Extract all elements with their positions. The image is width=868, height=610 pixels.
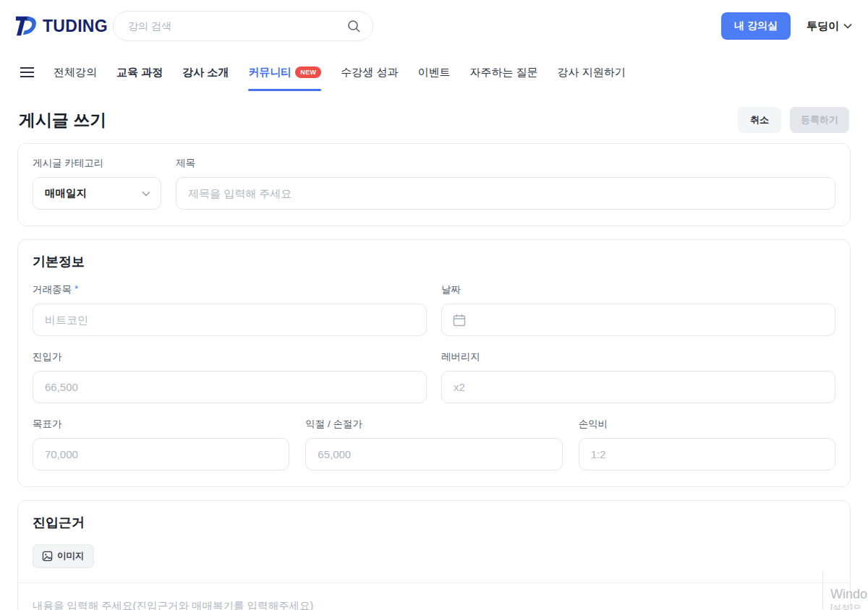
target-price-field-group: 목표가 bbox=[33, 418, 289, 471]
post-title-label: 제목 bbox=[176, 157, 835, 170]
username: 투딩이 bbox=[807, 20, 839, 33]
insert-image-button[interactable]: 이미지 bbox=[33, 544, 94, 568]
leverage-field-group: 레버리지 bbox=[441, 351, 835, 403]
tab-instructor-intro[interactable]: 강사 소개 bbox=[182, 66, 229, 91]
submit-button[interactable]: 등록하기 bbox=[790, 107, 849, 133]
category-select[interactable]: 매매일지 bbox=[33, 177, 161, 210]
header: TUDING 내 강의실 투딩이 bbox=[0, 0, 868, 52]
category-card: 게시글 카테고리 매매일지 제목 bbox=[17, 143, 851, 226]
basic-info-heading: 기본정보 bbox=[33, 253, 835, 270]
category-field-group: 게시글 카테고리 매매일지 bbox=[33, 157, 161, 210]
entry-price-input[interactable] bbox=[33, 371, 427, 403]
entry-price-field-group: 진입가 bbox=[33, 351, 427, 403]
post-title-field-group: 제목 bbox=[176, 157, 835, 210]
tab-all-lectures[interactable]: 전체강의 bbox=[54, 66, 97, 91]
leverage-label: 레버리지 bbox=[441, 351, 835, 364]
chevron-down-icon bbox=[142, 191, 150, 197]
date-picker-input[interactable] bbox=[441, 304, 835, 336]
risk-reward-field-group: 손익비 bbox=[579, 418, 835, 471]
search-input[interactable] bbox=[128, 20, 346, 32]
cancel-button[interactable]: 취소 bbox=[738, 107, 781, 133]
tab-faq[interactable]: 자주하는 질문 bbox=[469, 66, 537, 91]
date-field-group: 날짜 bbox=[441, 283, 835, 336]
category-label: 게시글 카테고리 bbox=[33, 157, 161, 170]
tuding-logo-icon bbox=[14, 14, 38, 38]
target-price-label: 목표가 bbox=[33, 418, 289, 431]
logo-wordmark: TUDING bbox=[43, 17, 108, 36]
required-asterisk: * bbox=[75, 283, 78, 296]
leverage-input[interactable] bbox=[441, 371, 835, 403]
tuding-logo[interactable]: TUDING bbox=[14, 14, 108, 38]
new-badge: NEW bbox=[295, 66, 321, 78]
category-selected-value: 매매일지 bbox=[45, 186, 87, 200]
date-label: 날짜 bbox=[441, 283, 835, 296]
page-title-row: 게시글 쓰기 취소 등록하기 bbox=[0, 94, 868, 143]
risk-reward-label: 손익비 bbox=[579, 418, 835, 431]
image-icon bbox=[42, 551, 53, 562]
entry-rationale-heading: 진입근거 bbox=[33, 514, 835, 531]
user-menu[interactable]: 투딩이 bbox=[807, 20, 852, 33]
tab-student-results[interactable]: 수강생 성과 bbox=[341, 66, 398, 91]
watermark-divider-line bbox=[822, 571, 823, 610]
tab-apply-instructor[interactable]: 강사 지원하기 bbox=[558, 66, 626, 91]
course-search-box[interactable] bbox=[113, 11, 373, 41]
tp-sl-input[interactable] bbox=[305, 438, 562, 471]
symbol-input[interactable] bbox=[33, 304, 427, 336]
calendar-icon bbox=[452, 313, 467, 327]
tab-events[interactable]: 이벤트 bbox=[417, 66, 450, 91]
tp-sl-label: 익절 / 손절가 bbox=[305, 418, 562, 431]
symbol-label: 거래종목* bbox=[33, 283, 427, 296]
post-title-input[interactable] bbox=[176, 177, 835, 210]
tp-sl-field-group: 익절 / 손절가 bbox=[305, 418, 562, 471]
search-icon[interactable] bbox=[346, 19, 361, 33]
basic-info-card: 기본정보 거래종목* 날짜 진입가 bbox=[17, 239, 851, 487]
tab-community[interactable]: 커뮤니티 NEW bbox=[248, 66, 321, 91]
symbol-field-group: 거래종목* bbox=[33, 283, 427, 336]
entry-rationale-card: 진입근거 이미지 내용을 입력해 주세요(진입근거와 매매복기를 입력해주세요) bbox=[17, 500, 851, 610]
windows-activation-watermark: Windo [설정]으 bbox=[830, 587, 868, 610]
main-nav: 전체강의 교육 과정 강사 소개 커뮤니티 NEW 수강생 성과 이벤트 자주하… bbox=[0, 52, 868, 94]
tab-curriculum[interactable]: 교육 과정 bbox=[116, 66, 163, 91]
chevron-down-icon bbox=[843, 23, 852, 29]
target-price-input[interactable] bbox=[33, 438, 289, 471]
risk-reward-input[interactable] bbox=[579, 438, 835, 471]
entry-price-label: 진입가 bbox=[33, 351, 427, 364]
hamburger-menu-icon[interactable] bbox=[20, 67, 34, 89]
my-classroom-button[interactable]: 내 강의실 bbox=[721, 12, 791, 40]
page-title: 게시글 쓰기 bbox=[19, 109, 106, 132]
active-tab-underline bbox=[248, 89, 321, 91]
content-editor[interactable]: 내용을 입력해 주세요(진입근거와 매매복기를 입력해주세요) bbox=[33, 583, 835, 610]
